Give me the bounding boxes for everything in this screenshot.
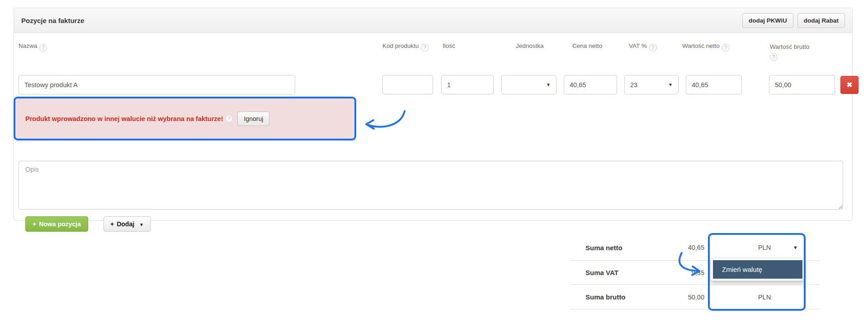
help-icon[interactable]: ? bbox=[722, 44, 730, 51]
description-textarea[interactable] bbox=[19, 161, 843, 210]
product-code-input[interactable] bbox=[382, 75, 433, 94]
vat-select[interactable]: 23 ▼ bbox=[624, 75, 679, 94]
delete-icon: ✖ bbox=[847, 81, 853, 89]
column-header-wartosc-brutto: Wartość brutto ? bbox=[770, 42, 809, 61]
caret-down-icon: ▼ bbox=[668, 82, 673, 87]
summary-value: 40,65 bbox=[650, 244, 704, 251]
column-header-ilosc: Ilość bbox=[443, 42, 455, 49]
column-header-nazwa: Nazwa? bbox=[19, 42, 47, 51]
column-header-cena-netto: Cena netto bbox=[572, 42, 602, 49]
unit-select[interactable]: ▼ bbox=[501, 75, 557, 94]
item-name-input[interactable] bbox=[19, 75, 295, 94]
add-dropdown-button[interactable]: +Dodaj ▼ bbox=[104, 216, 151, 232]
invoice-items-panel: Pozycje na fakturze dodaj PKWiU dodaj Ra… bbox=[14, 8, 853, 221]
net-value-input[interactable] bbox=[686, 75, 742, 94]
ignore-button[interactable]: Ignoruj bbox=[237, 112, 269, 126]
caret-down-icon: ▼ bbox=[139, 222, 144, 227]
gross-value-input[interactable] bbox=[769, 75, 835, 94]
plus-icon: + bbox=[110, 220, 114, 228]
add-rabat-button[interactable]: dodaj Rabat bbox=[797, 13, 845, 28]
summary-row-netto: Suma netto 40,65 PLN ▼ bbox=[571, 235, 820, 261]
summary-label: Suma VAT bbox=[571, 269, 618, 276]
menu-item-change-currency[interactable]: Zmień walutę bbox=[713, 260, 802, 279]
summary-label: Suma netto bbox=[571, 244, 623, 252]
summary-value: 50,00 bbox=[650, 294, 704, 301]
caret-down-icon[interactable]: ▼ bbox=[793, 245, 798, 250]
column-header-wartosc-netto: Wartość netto? bbox=[682, 42, 730, 51]
plus-icon: + bbox=[33, 220, 36, 228]
help-icon[interactable]: ? bbox=[421, 44, 429, 51]
net-price-input[interactable] bbox=[564, 75, 617, 94]
new-item-button[interactable]: +Nowa pozycja bbox=[25, 216, 88, 232]
currency-warning: Produkt wprowadzono w innej walucie niż … bbox=[14, 97, 356, 140]
page-title: Pozycje na fakturze bbox=[21, 17, 84, 24]
currency-dropdown-trigger[interactable]: PLN bbox=[709, 244, 820, 251]
currency-cell: PLN bbox=[709, 294, 820, 301]
panel-header: Pozycje na fakturze dodaj PKWiU dodaj Ra… bbox=[14, 8, 852, 33]
help-icon[interactable]: ? bbox=[225, 115, 233, 122]
delete-row-button[interactable]: ✖ bbox=[840, 76, 859, 94]
help-icon[interactable]: ? bbox=[649, 44, 657, 51]
summary-value: 9,35 bbox=[650, 269, 704, 276]
column-header-vat: VAT %? bbox=[629, 42, 657, 51]
help-icon[interactable]: ? bbox=[39, 44, 47, 51]
summary-row-brutto: Suma brutto 50,00 PLN bbox=[571, 285, 820, 309]
column-header-jednostka: Jednostka bbox=[516, 42, 544, 49]
caret-down-icon: ▼ bbox=[546, 82, 551, 87]
column-header-kod-produktu: Kod produktu? bbox=[382, 42, 429, 51]
add-pkwiu-button[interactable]: dodaj PKWiU bbox=[742, 13, 793, 28]
warning-text: Produkt wprowadzono w innej walucie niż … bbox=[25, 115, 223, 122]
summary-label: Suma brutto bbox=[571, 293, 625, 301]
help-icon[interactable]: ? bbox=[770, 53, 778, 61]
quantity-input[interactable] bbox=[441, 75, 494, 94]
currency-dropdown-menu: Zmień walutę bbox=[711, 258, 805, 281]
